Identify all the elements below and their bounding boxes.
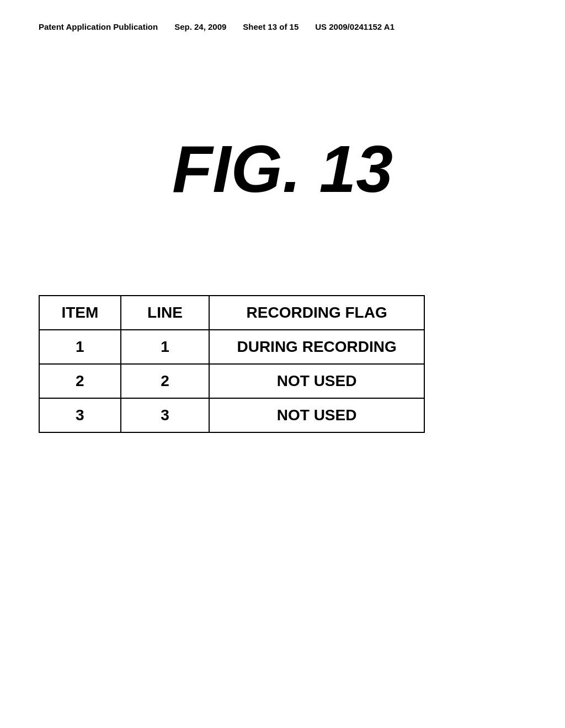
patent-number: US 2009/0241152 A1 bbox=[315, 22, 395, 31]
sheet-number: Sheet 13 of 15 bbox=[243, 22, 299, 31]
cell-line-3: 3 bbox=[121, 398, 209, 432]
publication-label: Patent Application Publication bbox=[39, 22, 158, 31]
cell-item-2: 2 bbox=[39, 364, 121, 398]
recording-flag-table: ITEM LINE RECORDING FLAG 1 1 DURING RECO… bbox=[39, 295, 425, 433]
cell-item-1: 1 bbox=[39, 330, 121, 364]
page-header: Patent Application Publication Sep. 24, … bbox=[0, 0, 565, 31]
table-row: 1 1 DURING RECORDING bbox=[39, 330, 424, 364]
column-header-item: ITEM bbox=[39, 296, 121, 330]
cell-recording-flag-2: NOT USED bbox=[209, 364, 424, 398]
figure-title-container: FIG. 13 bbox=[0, 131, 565, 207]
table-row: 3 3 NOT USED bbox=[39, 398, 424, 432]
table-header-row: ITEM LINE RECORDING FLAG bbox=[39, 296, 424, 330]
cell-line-1: 1 bbox=[121, 330, 209, 364]
figure-title: FIG. 13 bbox=[172, 131, 393, 207]
cell-line-2: 2 bbox=[121, 364, 209, 398]
column-header-recording-flag: RECORDING FLAG bbox=[209, 296, 424, 330]
publication-date: Sep. 24, 2009 bbox=[174, 22, 226, 31]
table-row: 2 2 NOT USED bbox=[39, 364, 424, 398]
cell-item-3: 3 bbox=[39, 398, 121, 432]
cell-recording-flag-3: NOT USED bbox=[209, 398, 424, 432]
column-header-line: LINE bbox=[121, 296, 209, 330]
data-table-container: ITEM LINE RECORDING FLAG 1 1 DURING RECO… bbox=[0, 295, 565, 433]
cell-recording-flag-1: DURING RECORDING bbox=[209, 330, 424, 364]
